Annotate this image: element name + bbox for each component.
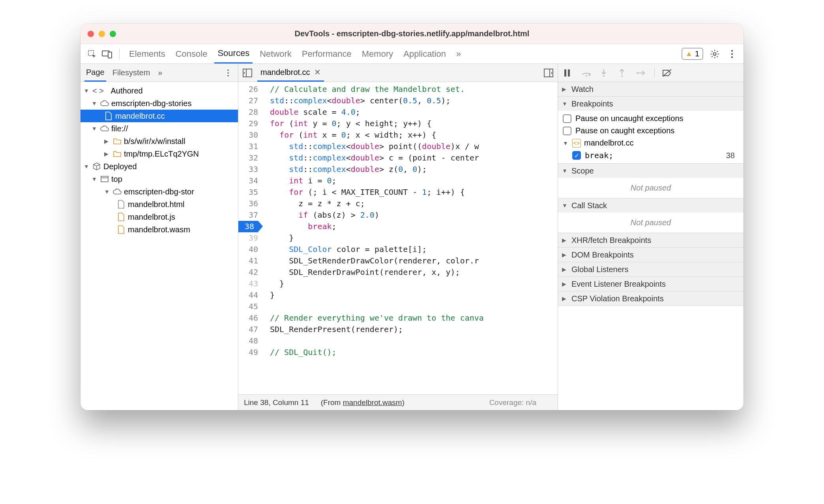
source-badge-icon: <> (572, 139, 581, 147)
svg-point-18 (586, 75, 587, 77)
inspect-element-icon[interactable] (86, 48, 98, 60)
svg-point-20 (603, 75, 605, 77)
panel-tabs: Elements Console Sources Network Perform… (126, 44, 464, 63)
section-event[interactable]: ▶Event Listener Breakpoints (558, 277, 743, 291)
coverage-label: Coverage: n/a (489, 398, 552, 407)
settings-gear-icon[interactable] (709, 48, 721, 60)
section-watch[interactable]: ▶Watch (558, 82, 743, 96)
svg-rect-2 (108, 52, 112, 58)
step-out-icon[interactable] (618, 69, 629, 77)
svg-point-5 (731, 53, 733, 54)
warnings-badge[interactable]: ▲ 1 (682, 48, 703, 60)
step-over-icon[interactable] (582, 69, 593, 77)
tree-file-html[interactable]: mandelbrot.html (81, 198, 238, 211)
pause-uncaught-checkbox[interactable]: Pause on uncaught exceptions (558, 112, 743, 125)
titlebar: DevTools - emscripten-dbg-stories.netlif… (81, 24, 743, 44)
callstack-not-paused: Not paused (558, 214, 743, 231)
warning-icon: ▲ (685, 50, 693, 58)
editor-status-bar: Line 38, Column 11 (From mandelbrot.wasm… (238, 394, 558, 410)
more-tabs-icon[interactable]: » (453, 45, 464, 63)
warning-count: 1 (695, 49, 699, 58)
section-xhr[interactable]: ▶XHR/fetch Breakpoints (558, 233, 743, 247)
section-call-stack[interactable]: ▼Call Stack (558, 198, 743, 213)
device-toolbar-icon[interactable] (101, 48, 113, 60)
tab-network[interactable]: Network (257, 45, 295, 63)
svg-point-8 (227, 72, 229, 74)
tree-file-js[interactable]: mandelbrot.js (81, 211, 238, 223)
minimize-window-button[interactable] (99, 31, 105, 37)
navigator-more-icon[interactable]: » (156, 65, 164, 81)
tree-origin-deployed[interactable]: ▼ emscripten-dbg-stor (81, 185, 238, 198)
toggle-navigator-icon[interactable] (242, 67, 253, 79)
navigator-kebab-icon[interactable] (222, 67, 234, 79)
close-tab-icon[interactable]: ✕ (314, 67, 321, 77)
file-icon (117, 213, 125, 221)
tree-file-scheme[interactable]: ▼ file:// (81, 122, 238, 135)
tree-folder[interactable]: ▶ tmp/tmp.ELcTq2YGN (81, 147, 238, 160)
file-icon (117, 200, 125, 209)
cursor-position: Line 38, Column 11 (244, 398, 309, 407)
source-from: (From mandelbrot.wasm) (321, 398, 405, 407)
window-controls (88, 31, 116, 37)
svg-rect-16 (564, 69, 566, 77)
tree-group-deployed[interactable]: ▼ Deployed (81, 160, 238, 173)
svg-rect-10 (101, 176, 108, 182)
line-gutter[interactable]: 2627282930313233343536373839404142434445… (238, 82, 262, 394)
section-csp[interactable]: ▶CSP Violation Breakpoints (558, 291, 743, 306)
source-editor: mandelbrot.cc ✕ 262728293031323334353637… (238, 64, 558, 410)
frame-icon (100, 175, 109, 183)
tree-file-wasm[interactable]: mandelbrot.wasm (81, 223, 238, 236)
svg-point-6 (731, 56, 733, 58)
svg-point-9 (227, 75, 229, 77)
breakpoint-entry[interactable]: ✓ break; 38 (558, 149, 743, 162)
cube-icon (92, 162, 101, 171)
section-scope[interactable]: ▼Scope (558, 164, 743, 178)
tab-console[interactable]: Console (172, 45, 211, 63)
step-icon[interactable] (636, 69, 647, 77)
editor-tab-mandelbrot[interactable]: mandelbrot.cc ✕ (257, 64, 324, 82)
step-into-icon[interactable] (600, 69, 611, 77)
tree-group-authored[interactable]: ▼< > Authored (81, 84, 238, 97)
toggle-debugger-icon[interactable] (543, 67, 554, 79)
window-title: DevTools - emscripten-dbg-stories.netlif… (81, 29, 743, 38)
tab-application[interactable]: Application (400, 45, 449, 63)
navigator-tab-filesystem[interactable]: Filesystem (111, 65, 152, 81)
close-window-button[interactable] (88, 31, 94, 37)
deactivate-breakpoints-icon[interactable] (662, 69, 673, 77)
kebab-menu-icon[interactable] (726, 48, 738, 60)
tab-performance[interactable]: Performance (299, 45, 355, 63)
tab-elements[interactable]: Elements (126, 45, 169, 63)
navigator-sidebar: Page Filesystem » ▼< > Authored ▼ emscri… (81, 64, 238, 410)
tab-memory[interactable]: Memory (359, 45, 396, 63)
navigator-tab-page[interactable]: Page (84, 64, 106, 82)
svg-point-24 (637, 72, 638, 74)
cloud-icon (100, 124, 109, 133)
cloud-icon (100, 99, 109, 108)
svg-point-4 (731, 50, 733, 51)
cloud-icon (113, 187, 122, 196)
breakpoint-checkbox[interactable]: ✓ (572, 151, 581, 160)
tab-sources[interactable]: Sources (214, 44, 253, 63)
file-icon (104, 112, 113, 120)
tree-top-frame[interactable]: ▼ top (81, 173, 238, 185)
svg-point-7 (227, 69, 229, 71)
folder-icon (113, 149, 122, 158)
pause-resume-icon[interactable] (564, 69, 575, 77)
folder-icon (113, 137, 122, 146)
file-tree: ▼< > Authored ▼ emscripten-dbg-stories m… (81, 82, 238, 410)
file-icon (117, 225, 125, 234)
tree-origin-authored[interactable]: ▼ emscripten-dbg-stories (81, 97, 238, 110)
section-dom[interactable]: ▶DOM Breakpoints (558, 248, 743, 262)
breakpoint-file-group[interactable]: ▼<>mandelbrot.cc (558, 137, 743, 149)
tree-file-mandelbrot-cc[interactable]: mandelbrot.cc (81, 110, 238, 122)
pause-caught-checkbox[interactable]: Pause on caught exceptions (558, 125, 743, 137)
svg-point-3 (714, 52, 716, 55)
code-area[interactable]: // Calculate and draw the Mandelbrot set… (262, 82, 558, 394)
main-toolbar: Elements Console Sources Network Perform… (81, 44, 743, 64)
section-breakpoints[interactable]: ▼Breakpoints (558, 97, 743, 111)
section-global[interactable]: ▶Global Listeners (558, 262, 743, 276)
devtools-window: DevTools - emscripten-dbg-stories.netlif… (81, 24, 743, 410)
zoom-window-button[interactable] (110, 31, 116, 37)
svg-point-22 (621, 75, 623, 77)
tree-folder[interactable]: ▶ b/s/w/ir/x/w/install (81, 135, 238, 147)
